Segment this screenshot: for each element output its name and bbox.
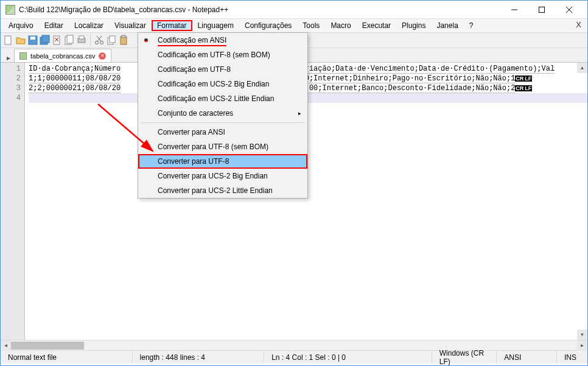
svg-rect-21	[110, 36, 115, 43]
svg-line-18	[97, 36, 102, 41]
menu-plugins[interactable]: Plugins	[396, 20, 431, 31]
menu-item[interactable]: Codificação em UTF-8 (sem BOM)	[138, 48, 307, 62]
status-ins: INS	[557, 351, 587, 364]
vscroll-up-icon[interactable]: ▲	[577, 63, 587, 73]
svg-rect-1	[539, 7, 544, 12]
editor-line: 2;2;00000021;08/08/20 .00;Internet;Banco…	[29, 83, 587, 93]
svg-point-16	[96, 41, 99, 44]
vscroll-down-icon[interactable]: ▼	[577, 329, 587, 340]
editor-line	[29, 93, 587, 103]
line-number: 1	[1, 64, 21, 74]
menu-item-label: Converter para UCS-2 Big Endian	[158, 172, 268, 180]
close-all-icon[interactable]	[64, 35, 75, 46]
menu-editar[interactable]: Editar	[39, 20, 69, 31]
horizontal-scrollbar[interactable]: ◄ ►	[1, 340, 587, 350]
menu-item-label: Converter para UTF-8 (sem BOM)	[158, 143, 268, 151]
status-position: Ln : 4 Col : 1 Sel : 0 | 0	[264, 351, 432, 364]
menu-configuracoes[interactable]: Configurações	[239, 20, 297, 31]
formatar-dropdown: Codificação em ANSICodificação em UTF-8 …	[138, 32, 308, 199]
menu-item-label: Codificação em UCS-2 Little Endian	[158, 94, 274, 103]
menu-formatar[interactable]: Formatar	[152, 20, 192, 31]
hscroll-left-icon[interactable]: ◄	[1, 340, 11, 351]
menu-visualizar[interactable]: Visualizar	[109, 20, 152, 31]
tab-scroll-left-icon[interactable]: ▸	[3, 54, 14, 62]
paste-icon[interactable]	[118, 35, 129, 46]
menu-item[interactable]: Converter para UTF-8 (sem BOM)	[138, 139, 307, 154]
line-number: 4	[1, 93, 21, 103]
status-encoding: ANSI	[497, 351, 557, 364]
menu-macro[interactable]: Macro	[325, 20, 356, 31]
status-eol: Windows (CR LF)	[432, 351, 497, 364]
maximize-button[interactable]	[528, 1, 555, 18]
close-icon	[566, 7, 572, 13]
svg-point-17	[100, 41, 103, 44]
menu-bar: Arquivo Editar Localizar Visualizar Form…	[1, 19, 587, 32]
svg-rect-4	[5, 36, 11, 44]
new-file-icon[interactable]	[3, 35, 14, 46]
status-length: length : 448 lines : 4	[133, 351, 265, 364]
tab-close-icon[interactable]: ×	[99, 52, 106, 60]
menu-item[interactable]: Codificação em UCS-2 Little Endian	[138, 91, 307, 106]
menu-item[interactable]: Converter para UCS-2 Little Endian	[138, 183, 307, 198]
editor-line: 1;1;00000011;08/08/20 0;Internet;Dinheir…	[29, 74, 587, 83]
menu-item[interactable]: Codificação em UTF-8	[138, 62, 307, 77]
menu-arquivo[interactable]: Arquivo	[3, 20, 39, 31]
menu-tools[interactable]: Tools	[297, 20, 325, 31]
print-icon[interactable]	[76, 35, 87, 46]
cut-icon[interactable]	[94, 35, 105, 46]
menu-item[interactable]: Conjunto de caracteres▸	[138, 106, 307, 121]
menu-item-label: Conjunto de caracteres	[158, 109, 233, 118]
submenu-arrow-icon: ▸	[298, 110, 301, 116]
svg-rect-8	[42, 35, 49, 43]
line-number-gutter: 1 2 3 4	[1, 63, 25, 340]
menu-item[interactable]: Converter para UTF-8	[138, 154, 307, 169]
line-number: 2	[1, 74, 21, 83]
app-icon	[5, 5, 15, 15]
window-controls	[500, 1, 583, 18]
menu-item-label: Converter para ANSI	[158, 128, 225, 136]
svg-rect-9	[54, 36, 60, 44]
menu-item-label: Codificação em ANSI	[158, 36, 226, 46]
save-all-icon[interactable]	[40, 35, 51, 46]
menubar-x-icon[interactable]: X	[576, 20, 581, 29]
status-file-type: Normal text file	[1, 351, 133, 364]
file-tab[interactable]: tabela_cobrancas.csv ×	[14, 49, 111, 62]
svg-rect-23	[122, 35, 125, 38]
menu-executar[interactable]: Executar	[357, 20, 396, 31]
svg-rect-6	[30, 37, 35, 40]
hscroll-right-icon[interactable]: ►	[577, 340, 587, 351]
menu-item-label: Codificação em UTF-8 (sem BOM)	[158, 51, 270, 59]
save-icon[interactable]	[27, 35, 38, 46]
minimize-button[interactable]	[500, 1, 528, 18]
bullet-icon	[144, 38, 148, 42]
title-bar: C:\Build 122\Migração de BD\tabela_cobra…	[1, 1, 587, 19]
menu-item[interactable]: Converter para ANSI	[138, 125, 307, 139]
close-file-icon[interactable]	[52, 35, 63, 46]
menu-item[interactable]: Codificação em UCS-2 Big Endian	[138, 77, 307, 91]
svg-line-19	[97, 36, 101, 41]
menu-item[interactable]: Codificação em ANSI	[138, 33, 307, 48]
menu-item-label: Codificação em UCS-2 Big Endian	[158, 80, 269, 88]
hscroll-thumb[interactable]	[11, 342, 84, 350]
minimize-icon	[511, 7, 517, 13]
menu-item[interactable]: Converter para UCS-2 Big Endian	[138, 169, 307, 183]
menu-localizar[interactable]: Localizar	[69, 20, 109, 31]
menu-item-label: Codificação em UTF-8	[158, 65, 231, 74]
menu-linguagem[interactable]: Linguagem	[192, 20, 239, 31]
svg-rect-13	[67, 35, 73, 43]
menu-janela[interactable]: Janela	[431, 20, 463, 31]
copy-icon[interactable]	[106, 35, 117, 46]
status-bar: Normal text file length : 448 lines : 4 …	[1, 350, 587, 364]
line-number: 3	[1, 83, 21, 93]
file-tab-label: tabela_cobrancas.csv	[30, 52, 95, 60]
menu-help[interactable]: ?	[464, 20, 479, 31]
open-file-icon[interactable]	[15, 35, 26, 46]
menu-item-label: Converter para UTF-8	[158, 157, 229, 166]
menu-separator	[141, 122, 305, 123]
close-button[interactable]	[555, 1, 583, 18]
maximize-icon	[539, 7, 545, 13]
file-tab-icon	[19, 52, 27, 60]
window-title: C:\Build 122\Migração de BD\tabela_cobra…	[19, 5, 500, 14]
toolbar-separator	[90, 35, 91, 46]
editor-line: ID·da·Cobrança;Número riação;Data·de·Ven…	[29, 64, 587, 74]
